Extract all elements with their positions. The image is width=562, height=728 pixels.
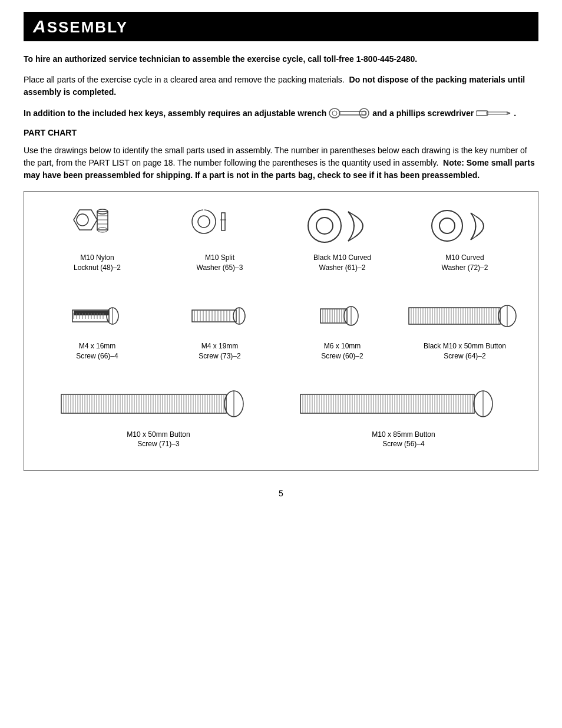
screw-m4-16-label: M4 x 16mmScrew (66)–4 <box>76 341 118 361</box>
parts-row-1: M10 NylonLocknut (48)–2 M10 SplitWasher … <box>36 203 526 276</box>
svg-point-10 <box>77 214 88 226</box>
curved-washer-label: M10 CurvedWasher (72)–2 <box>442 253 488 273</box>
svg-rect-20 <box>222 213 225 230</box>
screw-m10-50-svg <box>58 384 259 425</box>
intro-normal-text: Place all parts of the exercise cycle in… <box>24 75 345 84</box>
parts-row-2: M4 x 16mmScrew (66)–4 <box>36 292 526 365</box>
locknut-svg <box>65 207 130 248</box>
part-screw-m4-16: M4 x 16mmScrew (66)–4 <box>36 292 158 365</box>
screw-m4-19-drawing <box>187 295 252 337</box>
curved-washer-drawing <box>427 207 503 248</box>
page-number: 5 <box>24 489 538 498</box>
svg-point-0 <box>329 108 340 118</box>
page-header: ASSEMBLY <box>24 12 538 41</box>
tools-text-start: In addition to the included hex keys, as… <box>24 107 326 120</box>
part-chart-title: PART CHART <box>24 128 538 137</box>
svg-point-27 <box>439 218 455 233</box>
svg-point-18 <box>198 216 210 228</box>
svg-point-1 <box>332 111 337 116</box>
screw-m10-50-black-label: Black M10 x 50mm ButtonScrew (64)–2 <box>424 341 506 361</box>
svg-marker-9 <box>74 210 97 230</box>
screw-m6-10-drawing <box>316 295 369 337</box>
part-split-washer: M10 SplitWasher (65)–3 <box>158 203 281 276</box>
tools-line: In addition to the included hex keys, as… <box>24 107 538 120</box>
screw-m10-50-black-drawing: /* thread lines */ <box>406 295 524 337</box>
svg-rect-5 <box>476 111 488 116</box>
curved-washer-black-svg <box>304 207 381 248</box>
screw-m4-16-drawing <box>68 295 127 337</box>
page-title: ASSEMBLY <box>33 17 128 37</box>
parts-box: M10 NylonLocknut (48)–2 M10 SplitWasher … <box>24 191 538 471</box>
part-curved-washer: M10 CurvedWasher (72)–2 <box>404 203 526 276</box>
part-screw-m10-85: M10 x 85mm ButtonScrew (56)–4 <box>281 380 526 453</box>
svg-rect-6 <box>487 112 507 114</box>
split-washer-drawing <box>187 207 252 248</box>
part-chart-desc: Use the drawings below to identify the s… <box>24 144 538 182</box>
screwdriver-icon <box>476 108 511 118</box>
split-washer-label: M10 SplitWasher (65)–3 <box>197 253 243 273</box>
screw-m10-50-black-svg: /* thread lines */ <box>406 298 524 334</box>
wrench-icon <box>329 107 370 120</box>
part-curved-washer-black: Black M10 CurvedWasher (61)–2 <box>281 203 404 276</box>
part-screw-m10-50: M10 x 50mm ButtonScrew (71)–3 <box>36 380 281 453</box>
tools-text-end: and a phillips screwdriver <box>372 107 474 120</box>
curved-washer-black-label: Black M10 CurvedWasher (61)–2 <box>313 253 371 273</box>
intro-bold: To hire an authorized service technician… <box>24 53 538 65</box>
screw-m6-10-label: M6 x 10mmScrew (60)–2 <box>321 341 363 361</box>
svg-point-22 <box>308 209 341 242</box>
svg-rect-61 <box>320 309 347 323</box>
screw-m10-85-label: M10 x 85mm ButtonScrew (56)–4 <box>372 430 435 450</box>
part-locknut: M10 NylonLocknut (48)–2 <box>36 203 158 276</box>
locknut-drawing <box>65 207 130 248</box>
part-screw-m4-19: M4 x 19mmScrew (73)–2 <box>158 292 281 365</box>
screw-m10-85-svg <box>297 384 510 425</box>
screw-m10-85-drawing <box>283 384 524 425</box>
title-rest: SSEMBLY <box>47 18 128 36</box>
screw-m10-50-label: M10 x 50mm ButtonScrew (71)–3 <box>127 430 190 450</box>
drop-cap: A <box>33 17 47 36</box>
part-screw-m10-50-black: /* thread lines */ <box>404 292 526 365</box>
svg-point-23 <box>316 218 333 234</box>
intro-normal: Place all parts of the exercise cycle in… <box>24 74 538 98</box>
screw-m10-50-drawing <box>38 384 279 425</box>
svg-point-26 <box>432 210 462 241</box>
curved-washer-black-drawing <box>304 207 381 248</box>
parts-row-3: M10 x 50mm ButtonScrew (71)–3 <box>36 380 526 453</box>
curved-washer-svg <box>427 207 503 248</box>
locknut-label: M10 NylonLocknut (48)–2 <box>74 253 121 273</box>
svg-point-17 <box>192 210 216 233</box>
split-washer-svg <box>187 207 252 248</box>
tools-period: . <box>514 107 516 120</box>
part-screw-m6-10: M6 x 10mmScrew (60)–2 <box>281 292 404 365</box>
screw-m4-19-label: M4 x 19mmScrew (73)–2 <box>199 341 240 361</box>
screw-m4-16-svg <box>68 298 127 334</box>
screw-m4-19-svg <box>187 298 252 334</box>
screw-m6-10-svg <box>316 298 369 334</box>
svg-point-3 <box>359 108 369 118</box>
